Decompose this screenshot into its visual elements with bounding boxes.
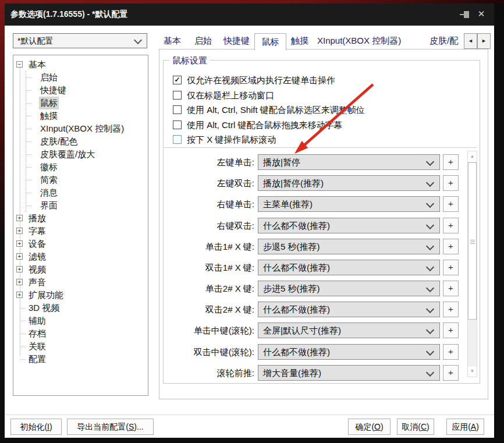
add-action-button[interactable]: + bbox=[443, 154, 459, 170]
dropdown-x1-click[interactable]: 步退5 秒(推荐) bbox=[258, 239, 440, 254]
tree-item-logo[interactable]: 徽标 bbox=[13, 161, 147, 173]
dropdown-x1-dblclick[interactable]: 什么都不做(推荐) bbox=[258, 260, 440, 275]
chevron-down-icon bbox=[426, 326, 434, 334]
checkbox[interactable] bbox=[173, 121, 182, 129]
tab-basic[interactable]: 基本 bbox=[164, 36, 181, 47]
initialize-button[interactable]: 初始化(I) bbox=[10, 419, 62, 435]
tree-item-playback[interactable]: +播放 bbox=[13, 212, 147, 225]
groupbox-title: 鼠标设置 bbox=[169, 55, 210, 66]
add-action-button[interactable]: + bbox=[443, 281, 459, 296]
settings-tree: −基本 启始 快捷键 鼠标 触摸 XInput(XBOX 控制器) 皮肤/配色 … bbox=[13, 55, 148, 396]
preferences-window: 参数选项(1.7.16555) - *默认配置 ✕ *默认配置 −基本 启始 快… bbox=[0, 0, 504, 443]
tab-touch[interactable]: 触摸 bbox=[291, 36, 308, 47]
tree-item-filters[interactable]: +滤镜 bbox=[13, 250, 147, 263]
tree-item-3d-video[interactable]: 3D 视频 bbox=[13, 302, 147, 314]
tree-item-subtitles[interactable]: +字幕 bbox=[13, 225, 147, 238]
collapse-icon[interactable]: − bbox=[16, 61, 23, 68]
row-label-middle-click: 单击中键(滚轮): bbox=[166, 322, 254, 338]
add-action-button[interactable]: + bbox=[443, 239, 459, 254]
dropdown-right-click[interactable]: 主菜单(推荐) bbox=[258, 196, 440, 212]
tree-item-index[interactable]: 简索 bbox=[13, 173, 147, 186]
tree-item-extensions[interactable]: +扩展功能 bbox=[13, 289, 147, 302]
ok-button[interactable]: 确定(O) bbox=[348, 419, 391, 435]
checkbox[interactable] bbox=[173, 135, 182, 144]
tab-scroll-right-icon[interactable]: ► bbox=[477, 33, 491, 49]
close-icon[interactable]: ✕ bbox=[475, 8, 487, 20]
expand-icon[interactable]: + bbox=[16, 240, 23, 247]
scroll-up-icon[interactable]: ▲ bbox=[468, 151, 477, 162]
chevron-down-icon bbox=[426, 368, 434, 377]
add-action-button[interactable]: + bbox=[443, 302, 459, 317]
expand-icon[interactable]: + bbox=[16, 279, 23, 285]
expand-icon[interactable]: + bbox=[16, 292, 23, 298]
add-action-button[interactable]: + bbox=[443, 344, 459, 360]
add-action-button[interactable]: + bbox=[443, 175, 459, 191]
add-action-button[interactable]: + bbox=[443, 196, 459, 212]
dropdown-wheel-up[interactable]: 增大音量(推荐) bbox=[258, 365, 440, 381]
row-label-x2-dblclick: 双击2# X 键: bbox=[166, 302, 254, 317]
tree-item-hotkeys[interactable]: 快捷键 bbox=[13, 84, 147, 97]
pin-icon[interactable] bbox=[459, 10, 471, 19]
tree-item-association[interactable]: 关联 bbox=[13, 340, 147, 353]
tree-item-basic[interactable]: −基本 bbox=[13, 58, 147, 71]
tab-start[interactable]: 启始 bbox=[194, 36, 212, 47]
export-config-button[interactable]: 导出当前配置(S)... bbox=[67, 419, 154, 435]
dropdown-middle-click[interactable]: 全屏|默认尺寸(推荐) bbox=[258, 322, 440, 338]
profile-combobox[interactable]: *默认配置 bbox=[13, 33, 147, 48]
expand-icon[interactable]: + bbox=[16, 253, 23, 260]
vertical-scrollbar[interactable]: ▲ ▼ bbox=[467, 151, 477, 377]
tree-item-messages[interactable]: 消息 bbox=[13, 186, 147, 199]
checkbox[interactable] bbox=[173, 91, 182, 100]
profile-combobox-value: *默认配置 bbox=[17, 36, 53, 47]
tree-item-archive[interactable]: 存档 bbox=[13, 327, 147, 340]
tree-item-touch[interactable]: 触摸 bbox=[13, 109, 147, 122]
titlebar[interactable]: 参数选项(1.7.16555) - *默认配置 ✕ bbox=[5, 3, 494, 26]
tree-item-audio[interactable]: +声音 bbox=[13, 276, 147, 289]
checkbox[interactable]: ✓ bbox=[173, 76, 182, 84]
chevron-down-icon bbox=[426, 242, 434, 250]
dropdown-middle-dblclick[interactable]: 什么都不做(推荐) bbox=[258, 344, 440, 360]
scrollbar-track[interactable] bbox=[468, 320, 477, 367]
tree-item-skin-color[interactable]: 皮肤/配色 bbox=[13, 135, 147, 148]
tab-mouse[interactable]: 鼠标 bbox=[254, 33, 286, 50]
expand-icon[interactable]: + bbox=[16, 266, 23, 272]
dropdown-right-dblclick[interactable]: 什么都不做(推荐) bbox=[258, 218, 440, 233]
dropdown-x2-click[interactable]: 步进5 秒(推荐) bbox=[258, 281, 440, 296]
scrollbar-grip bbox=[470, 240, 475, 244]
tree-item-config[interactable]: 配置 bbox=[13, 353, 147, 366]
tree-item-skin-overlay[interactable]: 皮肤覆盖/放大 bbox=[13, 148, 147, 161]
row-label-x2-click: 单击2# X 键: bbox=[166, 281, 254, 296]
row-label-left-dblclick: 左键双击: bbox=[166, 175, 254, 191]
scroll-down-icon[interactable]: ▼ bbox=[468, 366, 477, 377]
expand-icon[interactable]: + bbox=[16, 228, 23, 234]
tab-skin[interactable]: 皮肤/配 bbox=[430, 36, 464, 47]
add-action-button[interactable]: + bbox=[443, 260, 459, 275]
row-label-right-dblclick: 右键双击: bbox=[166, 218, 254, 233]
tree-item-devices[interactable]: +设备 bbox=[13, 238, 147, 250]
add-action-button[interactable]: + bbox=[443, 365, 459, 381]
tree-item-video[interactable]: +视频 bbox=[13, 263, 147, 276]
tree-item-mouse[interactable]: 鼠标 bbox=[13, 97, 147, 109]
chevron-down-icon bbox=[426, 200, 434, 208]
tab-scroll-left-icon[interactable]: ◄ bbox=[464, 33, 477, 49]
checkbox[interactable] bbox=[173, 105, 182, 114]
tree-item-assist[interactable]: 辅助 bbox=[13, 314, 147, 327]
tab-hotkeys[interactable]: 快捷键 bbox=[223, 36, 250, 47]
tab-xinput[interactable]: XInput(XBOX 控制器) bbox=[317, 36, 401, 47]
cancel-button[interactable]: 取消(C) bbox=[397, 419, 434, 435]
add-action-button[interactable]: + bbox=[443, 322, 459, 338]
apply-button[interactable]: 应用(A) bbox=[446, 419, 484, 435]
tree-item-start[interactable]: 启始 bbox=[13, 71, 147, 84]
chevron-down-icon bbox=[134, 36, 142, 44]
tree-item-xinput[interactable]: XInput(XBOX 控制器) bbox=[13, 122, 147, 135]
row-label-x1-dblclick: 双击1# X 键: bbox=[166, 260, 254, 275]
dropdown-left-click[interactable]: 播放|暂停 bbox=[258, 154, 440, 170]
scrollbar-thumb[interactable] bbox=[468, 162, 477, 320]
chevron-down-icon bbox=[426, 305, 434, 313]
dropdown-left-dblclick[interactable]: 播放|暂停(推荐) bbox=[258, 175, 440, 191]
tree-item-ui[interactable]: 界面 bbox=[13, 199, 147, 212]
expand-icon[interactable]: + bbox=[16, 215, 23, 221]
dropdown-x2-dblclick[interactable]: 什么都不做(推荐) bbox=[258, 302, 440, 317]
add-action-button[interactable]: + bbox=[443, 218, 459, 233]
row-label-left-click: 左键单击: bbox=[166, 154, 254, 170]
